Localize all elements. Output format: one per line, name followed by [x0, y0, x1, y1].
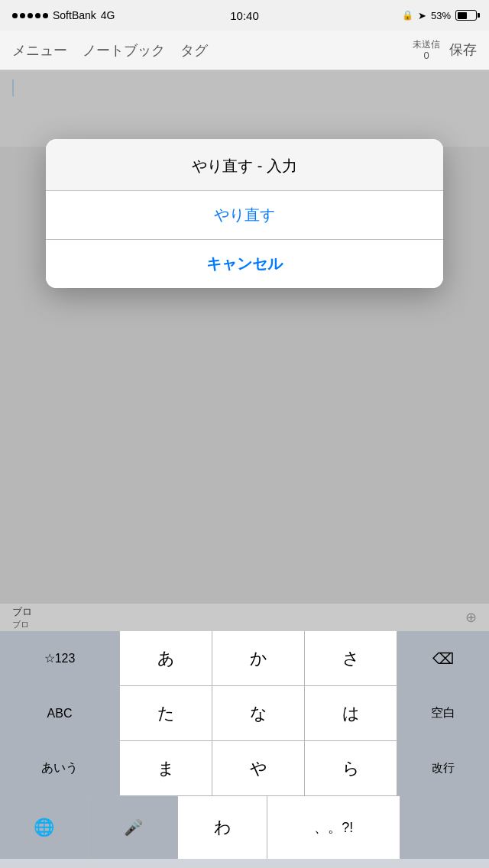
- keyboard-row-1: ☆123 あ か さ ⌫: [0, 631, 489, 686]
- key-aiう[interactable]: あいう: [0, 741, 120, 795]
- alert-title-area: やり直す - 入力: [46, 139, 443, 190]
- key-space[interactable]: 空白: [397, 686, 489, 740]
- alert-title: やり直す - 入力: [192, 157, 297, 174]
- signal-dot: [20, 13, 25, 18]
- signal-dots: [12, 13, 48, 18]
- menu-button[interactable]: メニュー: [12, 41, 67, 60]
- nav-right: 未送信 0 保存: [413, 39, 477, 62]
- keyboard: ☆123 あ か さ ⌫ ABC た な は 空白: [0, 631, 489, 868]
- key-empty: [400, 796, 489, 859]
- key-a[interactable]: あ: [120, 631, 212, 685]
- unsent-count: 0: [423, 50, 429, 62]
- unsent-label: 未送信: [413, 39, 440, 50]
- key-mic[interactable]: 🎤: [89, 796, 179, 859]
- mic-icon: 🎤: [124, 818, 143, 837]
- unsent-container: 未送信 0: [413, 39, 440, 62]
- battery-percent: 53%: [431, 10, 451, 21]
- keyboard-row-4: 🌐 🎤 わ 、。?!: [0, 796, 489, 859]
- key-sa[interactable]: さ: [305, 631, 397, 685]
- lock-icon: 🔒: [402, 10, 413, 21]
- bottom-hint-main: ブロ: [12, 605, 32, 619]
- key-wa[interactable]: わ: [178, 796, 267, 859]
- key-return[interactable]: 改行: [397, 741, 489, 795]
- bottom-hint-right: ⊕: [465, 609, 477, 626]
- location-icon: ➤: [418, 10, 426, 21]
- key-abc[interactable]: ABC: [0, 686, 120, 740]
- key-punctuation[interactable]: 、。?!: [267, 796, 400, 859]
- keyboard-row-2: ABC た な は 空白: [0, 686, 489, 741]
- bottom-hint-bar: ブロ ブロ ⊕: [0, 604, 489, 631]
- status-left: SoftBank 4G: [12, 9, 115, 21]
- status-time: 10:40: [230, 9, 259, 22]
- carrier-label: SoftBank: [53, 9, 96, 21]
- key-ka[interactable]: か: [212, 631, 305, 685]
- status-right: 🔒 ➤ 53%: [402, 10, 477, 21]
- key-backspace[interactable]: ⌫: [397, 631, 489, 685]
- bottom-hint-sub: ブロ: [12, 619, 32, 630]
- save-button[interactable]: 保存: [449, 40, 477, 59]
- battery-icon: [455, 10, 477, 21]
- network-label: 4G: [101, 9, 115, 21]
- notebook-button[interactable]: ノートブック: [83, 41, 165, 60]
- bottom-hint-content: ブロ ブロ: [12, 605, 32, 630]
- nav-left: メニュー ノートブック タグ: [12, 41, 208, 60]
- key-ya[interactable]: や: [212, 741, 305, 795]
- key-ma[interactable]: ま: [120, 741, 212, 795]
- globe-icon: 🌐: [34, 818, 54, 837]
- backspace-icon: ⌫: [432, 649, 454, 668]
- key-ra[interactable]: ら: [305, 741, 397, 795]
- signal-dot: [35, 13, 40, 18]
- search-icon: ⊕: [465, 610, 477, 625]
- alert-cancel-button[interactable]: キャンセル: [46, 240, 443, 288]
- key-ha[interactable]: は: [305, 686, 397, 740]
- alert-dialog: やり直す - 入力 やり直す キャンセル: [46, 139, 443, 288]
- key-na[interactable]: な: [212, 686, 305, 740]
- tag-button[interactable]: タグ: [180, 41, 208, 60]
- status-bar: SoftBank 4G 10:40 🔒 ➤ 53%: [0, 0, 489, 31]
- keyboard-row-3: あいう ま や ら 改行: [0, 741, 489, 796]
- signal-dot: [28, 13, 33, 18]
- alert-action-button[interactable]: やり直す: [46, 191, 443, 239]
- signal-dot: [43, 13, 48, 18]
- key-ta[interactable]: た: [120, 686, 212, 740]
- key-star123[interactable]: ☆123: [0, 631, 120, 685]
- key-globe[interactable]: 🌐: [0, 796, 89, 859]
- nav-bar: メニュー ノートブック タグ 未送信 0 保存: [0, 31, 489, 70]
- signal-dot: [12, 13, 18, 18]
